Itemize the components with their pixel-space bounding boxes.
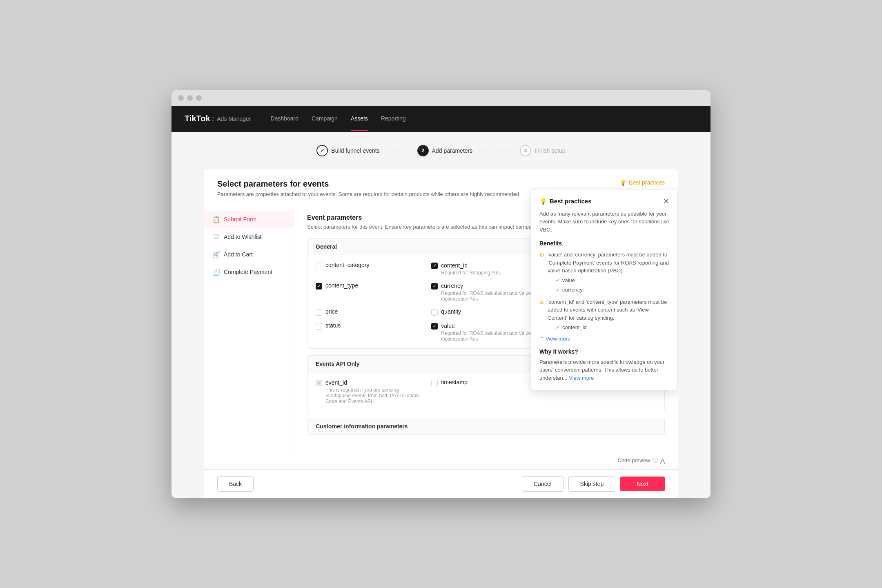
sidebar-item-add-cart-label: Add to Cart bbox=[224, 251, 253, 258]
checkbox-price[interactable] bbox=[316, 309, 322, 316]
nav-campaign[interactable]: Campaign bbox=[312, 107, 338, 131]
add-wishlist-icon: ♡ bbox=[212, 233, 220, 241]
complete-payment-icon: 🧾 bbox=[212, 268, 220, 276]
bp-sub-value: ✓ value bbox=[556, 276, 669, 285]
param-quantity-label: quantity bbox=[441, 308, 461, 315]
param-status-label: status bbox=[325, 322, 341, 329]
step-dots-2: -------------- bbox=[479, 148, 513, 154]
bp-benefit-1: ⚙ 'value' and 'currency' parameters must… bbox=[539, 251, 669, 294]
step-1-label: Build funnel events bbox=[331, 147, 379, 154]
param-timestamp-label: timestamp bbox=[441, 379, 468, 385]
param-content-type: content_type bbox=[316, 282, 425, 302]
param-value: value Required for ROAS calculation and … bbox=[431, 322, 540, 342]
skip-step-button[interactable]: Skip step bbox=[568, 476, 616, 492]
bp-view-more-inline-button[interactable]: View more bbox=[569, 375, 594, 381]
nav-assets[interactable]: Assets bbox=[351, 107, 368, 131]
page-description: Parameters are properties attached to yo… bbox=[217, 191, 519, 197]
step-2: 2 Add parameters bbox=[417, 145, 473, 156]
step-2-circle: 2 bbox=[417, 145, 429, 156]
code-preview-bar: Code preview ⓘ ⋀ bbox=[204, 452, 678, 469]
sidebar-item-submit-form-label: Submit Form bbox=[224, 216, 256, 223]
param-content-category-label: content_category bbox=[325, 262, 369, 268]
browser-window: TikTok : Ads Manager Dashboard Campaign … bbox=[172, 90, 710, 498]
browser-dot-green bbox=[196, 95, 202, 101]
best-practices-panel: 💡 Best practices ✕ Add as many relevant … bbox=[531, 189, 678, 391]
checkbox-quantity[interactable] bbox=[431, 309, 438, 316]
add-cart-icon: 🛒 bbox=[212, 251, 220, 258]
bp-sub-content-id-label: content_id bbox=[562, 323, 587, 332]
bp-title: 💡 Best practices bbox=[539, 198, 592, 205]
step-3-circle: 3 bbox=[520, 145, 531, 156]
bp-benefit-2: ⚙ 'content_id' and 'content_type' parame… bbox=[539, 298, 669, 332]
param-content-type-label: content_type bbox=[325, 282, 358, 289]
bp-why-text-content: Parameters provide more specific knowled… bbox=[539, 359, 664, 381]
bp-view-more-label: View more bbox=[546, 336, 570, 342]
param-content-category: content_category bbox=[316, 262, 425, 276]
page-container: Select parameters for events Parameters … bbox=[204, 169, 678, 469]
param-content-id: content_id Required for Shopping Ads. bbox=[431, 262, 540, 276]
checkbox-content-type[interactable] bbox=[316, 283, 322, 290]
nav-reporting[interactable]: Reporting bbox=[381, 107, 406, 131]
param-event-id: event_id This is required if you are sen… bbox=[316, 379, 425, 404]
best-practices-link[interactable]: 💡 Best practices bbox=[619, 179, 665, 186]
top-nav: TikTok : Ads Manager Dashboard Campaign … bbox=[172, 106, 710, 132]
step-1-circle: ✓ bbox=[316, 145, 328, 156]
nav-dashboard[interactable]: Dashboard bbox=[271, 107, 299, 131]
main-content: ✓ Build funnel events ---------- 2 Add p… bbox=[172, 132, 710, 498]
logo-dot: : bbox=[212, 114, 215, 123]
checkbox-status[interactable] bbox=[316, 323, 322, 330]
bottom-bar: Back Cancel Skip step Next bbox=[204, 469, 678, 498]
code-preview-expand-icon: ⋀ bbox=[660, 457, 665, 464]
step-1: ✓ Build funnel events bbox=[316, 145, 379, 156]
checkbox-content-category[interactable] bbox=[316, 263, 322, 269]
code-preview-info-icon: ⓘ bbox=[653, 457, 658, 464]
bp-close-button[interactable]: ✕ bbox=[663, 198, 669, 205]
customer-info-section-header: Customer information parameters bbox=[307, 418, 664, 435]
nav-items: Dashboard Campaign Assets Reporting bbox=[271, 107, 406, 131]
param-currency-hint: Required for ROAS calculation and Value … bbox=[441, 290, 540, 302]
bp-sub-currency-label: currency bbox=[562, 286, 583, 294]
cancel-button[interactable]: Cancel bbox=[522, 476, 564, 492]
back-button[interactable]: Back bbox=[217, 476, 254, 492]
lightbulb-icon: 💡 bbox=[619, 179, 626, 186]
header-text: Select parameters for events Parameters … bbox=[217, 179, 519, 197]
param-content-id-label: content_id bbox=[441, 262, 468, 269]
checkbox-value[interactable] bbox=[431, 323, 438, 330]
logo-text: TikTok bbox=[185, 114, 210, 123]
bp-benefit-2-content: 'content_id' and 'content_type' paramete… bbox=[548, 298, 669, 332]
param-content-id-hint: Required for Shopping Ads. bbox=[441, 270, 501, 276]
step-3-label: Finish setup bbox=[535, 147, 565, 154]
sidebar: 📋 Submit Form ♡ Add to Wishlist 🛒 Add to… bbox=[204, 204, 294, 452]
sidebar-item-complete-payment-label: Complete Payment bbox=[224, 269, 272, 275]
submit-form-icon: 📋 bbox=[212, 216, 220, 223]
bp-benefit-1-icon: ⚙ bbox=[539, 251, 544, 294]
bp-view-more-button[interactable]: ⌃ View more bbox=[539, 336, 669, 342]
checkbox-event-id[interactable] bbox=[316, 380, 322, 386]
browser-dot-yellow bbox=[187, 95, 193, 101]
customer-info-section: Customer information parameters bbox=[307, 418, 665, 435]
checkbox-timestamp[interactable] bbox=[431, 380, 438, 386]
browser-dot-red bbox=[178, 95, 184, 101]
sidebar-item-add-wishlist-label: Add to Wishlist bbox=[224, 234, 262, 240]
checkbox-content-id[interactable] bbox=[431, 263, 438, 269]
bp-check-icon-value: ✓ bbox=[556, 276, 560, 284]
bp-lightbulb-icon: 💡 bbox=[539, 198, 547, 205]
code-preview-label: Code preview bbox=[618, 457, 650, 463]
bp-why-title: Why it works? bbox=[539, 348, 669, 355]
param-status: status bbox=[316, 322, 425, 342]
next-button[interactable]: Next bbox=[620, 477, 665, 491]
sidebar-item-add-cart[interactable]: 🛒 Add to Cart bbox=[204, 246, 294, 263]
bp-benefit-1-text: 'value' and 'currency' parameters must b… bbox=[548, 252, 669, 274]
stepper: ✓ Build funnel events ---------- 2 Add p… bbox=[172, 145, 710, 156]
sidebar-item-submit-form[interactable]: 📋 Submit Form bbox=[204, 211, 294, 228]
code-preview-button[interactable]: Code preview ⓘ ⋀ bbox=[618, 457, 665, 464]
checkbox-currency[interactable] bbox=[431, 283, 438, 290]
browser-chrome bbox=[172, 90, 710, 106]
bp-sub-content-id: ✓ content_id bbox=[556, 323, 669, 332]
sidebar-item-add-wishlist[interactable]: ♡ Add to Wishlist bbox=[204, 228, 294, 246]
bp-sub-value-label: value bbox=[562, 276, 575, 285]
param-value-hint: Required for ROAS calculation and Value … bbox=[441, 330, 540, 342]
bp-why-text: Parameters provide more specific knowled… bbox=[539, 358, 669, 382]
bp-view-more-icon: ⌃ bbox=[539, 336, 544, 342]
sidebar-item-complete-payment[interactable]: 🧾 Complete Payment bbox=[204, 263, 294, 281]
